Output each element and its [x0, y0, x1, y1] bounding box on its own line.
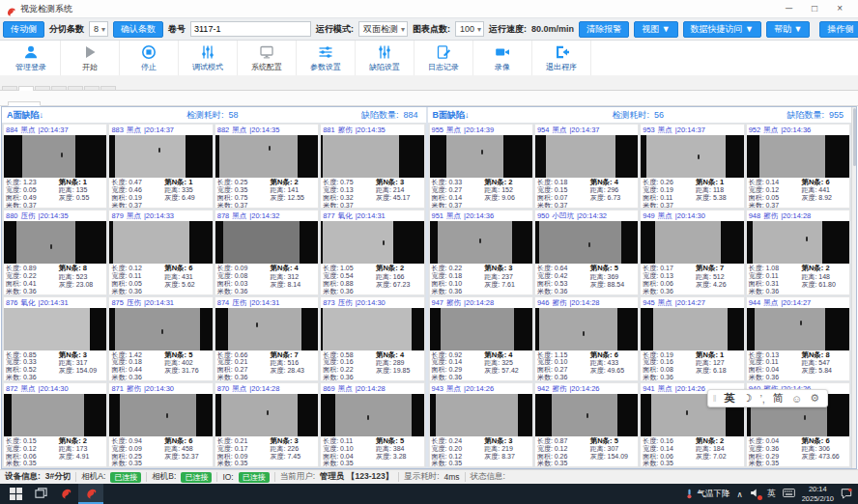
main-tab[interactable]	[100, 86, 116, 90]
ime-punctuation-toggle[interactable]: ’,	[759, 393, 765, 405]
taskbar-app-icon[interactable]	[53, 484, 78, 504]
sub-tab[interactable]	[106, 100, 139, 105]
ribbon-button[interactable]: 开始	[61, 41, 120, 75]
defect-thumbnail[interactable]	[430, 308, 532, 350]
defect-thumbnail[interactable]	[535, 394, 638, 436]
smiley-icon[interactable]: ☺	[791, 393, 802, 405]
defect-thumbnail[interactable]	[215, 135, 318, 178]
defect-thumbnail[interactable]	[4, 308, 106, 350]
run-mode-select[interactable]: 双面检测▾	[358, 21, 408, 37]
defect-thumbnail[interactable]	[109, 308, 212, 350]
defect-card[interactable]: 870黑点|20:14:28 长度: 0.21 宽度: 0.17 面积: 0.0…	[214, 382, 319, 467]
defect-thumbnail[interactable]	[4, 394, 106, 436]
minimize-button[interactable]: ─	[786, 0, 792, 17]
defect-thumbnail[interactable]	[321, 394, 423, 436]
defect-thumbnail[interactable]	[109, 394, 212, 436]
operator-side-button[interactable]: 操作侧	[819, 21, 858, 38]
defect-card[interactable]: 954黑点|20:14:37 长度: 0.18 宽度: 0.15 面积: 0.0…	[534, 124, 639, 209]
close-button[interactable]: ×	[837, 0, 843, 17]
defect-thumbnail[interactable]	[430, 394, 532, 436]
sub-tab[interactable]	[73, 100, 106, 105]
defect-card[interactable]: 877氧化|20:14:31 长度: 1.05 宽度: 0.54 面积: 0.8…	[320, 210, 424, 294]
help-menu-button[interactable]: 帮助 ▼	[766, 21, 810, 38]
defect-card[interactable]: 952黑点|20:14:36 长度: 0.14 宽度: 0.12 面积: 0.0…	[746, 124, 850, 209]
defect-thumbnail[interactable]	[4, 135, 106, 178]
ime-simplified-toggle[interactable]: 简	[773, 391, 784, 406]
main-tab[interactable]	[18, 86, 34, 91]
defect-thumbnail[interactable]	[747, 135, 849, 178]
defect-card[interactable]: 878黑点|20:14:32 长度: 0.09 宽度: 0.08 面积: 0.0…	[214, 210, 319, 294]
defect-thumbnail[interactable]	[321, 308, 423, 350]
defect-thumbnail[interactable]	[641, 308, 743, 350]
moon-icon[interactable]: ☽	[743, 392, 753, 405]
defect-card[interactable]: 950小凹坑|20:14:32 长度: 0.64 宽度: 0.42 面积: 0.…	[534, 210, 639, 294]
defect-card[interactable]: 880压伤|20:14:35 长度: 0.89 宽度: 0.22 面积: 0.4…	[3, 210, 107, 294]
defect-thumbnail[interactable]	[4, 221, 106, 264]
defect-thumbnail[interactable]	[535, 135, 638, 178]
task-view-button[interactable]	[28, 484, 53, 504]
roll-number-input[interactable]	[190, 21, 311, 37]
start-button[interactable]	[3, 484, 28, 504]
defect-card[interactable]: 882黑点|20:14:35 长度: 0.25 宽度: 0.35 面积: 0.7…	[214, 124, 319, 209]
ime-grip-handle[interactable]: ‖	[713, 394, 717, 404]
clear-alarm-button[interactable]: 清除报警	[579, 21, 629, 38]
volume-icon[interactable]	[750, 488, 760, 500]
ribbon-button[interactable]: 参数设置	[297, 41, 356, 75]
ribbon-button[interactable]: 停止	[120, 41, 179, 75]
defect-thumbnail[interactable]	[109, 221, 212, 264]
main-tab[interactable]	[84, 86, 100, 90]
ribbon-button[interactable]: 缺陷设置	[356, 41, 415, 75]
defect-thumbnail[interactable]	[641, 221, 743, 264]
defect-card[interactable]: 948擦伤|20:14:28 长度: 1.08 宽度: 0.11 面积: 0.3…	[746, 210, 850, 294]
maximize-button[interactable]: □	[812, 0, 817, 17]
defect-card[interactable]: 881擦伤|20:14:35 长度: 0.75 宽度: 0.13 面积: 0.3…	[320, 124, 424, 209]
defect-thumbnail[interactable]	[535, 308, 638, 350]
data-access-menu-button[interactable]: 数据快捷访问 ▼	[683, 21, 761, 38]
action-center-icon[interactable]	[841, 488, 852, 501]
defect-card[interactable]: 883黑点|20:14:37 长度: 0.47 宽度: 0.46 面积: 0.1…	[108, 124, 213, 209]
confirm-count-button[interactable]: 确认条数	[113, 21, 163, 38]
defect-card[interactable]: 869黑点|20:14:28 长度: 0.11 宽度: 0.10 面积: 0.0…	[320, 382, 424, 467]
weather-widget[interactable]: 气温下降	[684, 489, 729, 500]
main-tab[interactable]	[2, 86, 17, 90]
defect-card[interactable]: 955黑点|20:14:39 长度: 0.33 宽度: 0.27 面积: 0.1…	[429, 124, 533, 209]
defect-thumbnail[interactable]	[747, 221, 849, 264]
main-tab[interactable]	[51, 86, 67, 90]
defect-thumbnail[interactable]	[321, 221, 423, 264]
taskbar-language-indicator[interactable]: 英	[767, 488, 776, 500]
taskbar-app-icon-active[interactable]	[78, 484, 103, 504]
main-tab[interactable]	[68, 86, 83, 90]
taskbar-clock[interactable]: 20:14 2025/2/10	[802, 485, 834, 503]
defect-card[interactable]: 875压伤|20:14:31 长度: 1.42 宽度: 0.18 面积: 0.4…	[108, 296, 213, 381]
defect-thumbnail[interactable]	[641, 135, 743, 178]
touch-keyboard-icon[interactable]	[783, 489, 795, 499]
main-tab[interactable]	[35, 86, 50, 90]
defect-card[interactable]: 871擦伤|20:14:30 长度: 0.94 宽度: 0.09 面积: 0.2…	[108, 382, 213, 467]
tray-expand-chevron[interactable]: ∧	[736, 490, 742, 499]
defect-thumbnail[interactable]	[215, 308, 318, 350]
defect-card[interactable]: 876氧化|20:14:31 长度: 0.85 宽度: 0.33 面积: 0.5…	[3, 296, 107, 381]
defect-thumbnail[interactable]	[215, 394, 318, 436]
defect-thumbnail[interactable]	[321, 135, 423, 178]
defect-card[interactable]: 951黑点|20:14:36 长度: 0.22 宽度: 0.18 面积: 0.1…	[429, 210, 533, 294]
ribbon-button[interactable]: 调试模式	[179, 41, 238, 75]
ime-language-toggle[interactable]: 英	[725, 391, 735, 406]
defect-card[interactable]: 874压伤|20:14:31 长度: 0.66 宽度: 0.21 面积: 0.2…	[214, 296, 319, 381]
ribbon-button[interactable]: 系统配置	[238, 41, 297, 75]
vertical-scrollbar[interactable]	[851, 107, 856, 468]
defect-card[interactable]: 945黑点|20:14:27 长度: 0.19 宽度: 0.16 面积: 0.0…	[640, 296, 744, 381]
defect-card[interactable]: 949黑点|20:14:30 长度: 0.17 宽度: 0.13 面积: 0.0…	[640, 210, 744, 294]
defect-card[interactable]: 884黑点|20:14:37 长度: 1.23 宽度: 0.05 面积: 0.4…	[3, 124, 107, 209]
defect-card[interactable]: 879黑点|20:14:33 长度: 0.12 宽度: 0.11 面积: 0.0…	[108, 210, 213, 294]
ribbon-button[interactable]: 退出程序	[532, 41, 591, 75]
view-menu-button[interactable]: 视图 ▼	[634, 21, 677, 38]
slit-count-select[interactable]: 8▾	[89, 21, 108, 37]
ribbon-button[interactable]: 录像	[473, 41, 532, 75]
sub-tab[interactable]	[41, 100, 73, 105]
defect-card[interactable]: 872黑点|20:14:30 长度: 0.15 宽度: 0.12 面积: 0.0…	[3, 382, 107, 467]
defect-thumbnail[interactable]	[430, 135, 532, 178]
defect-thumbnail[interactable]	[747, 308, 849, 350]
drive-side-button[interactable]: 传动侧	[3, 21, 44, 38]
defect-card[interactable]: 942擦伤|20:14:26 长度: 0.87 宽度: 0.12 面积: 0.2…	[534, 382, 639, 467]
ribbon-button[interactable]: 日志记录	[415, 41, 473, 75]
